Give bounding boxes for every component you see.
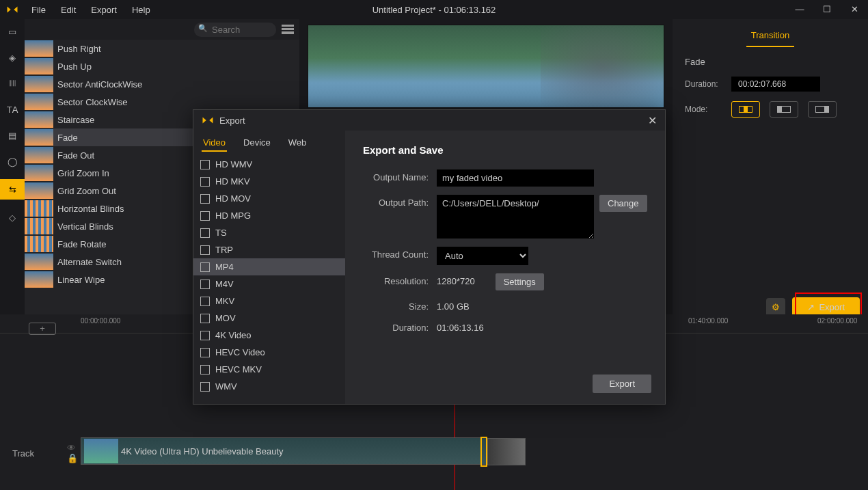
properties-tab[interactable]: Transition <box>746 26 794 47</box>
format-item[interactable]: HD MOV <box>193 190 345 207</box>
output-path-input[interactable]: C:/Users/DELL/Desktop/ <box>437 195 594 239</box>
dialog-close-icon[interactable]: ✕ <box>648 114 657 127</box>
format-item[interactable]: MKV <box>193 292 345 310</box>
window-controls: — ☐ ✕ <box>786 0 868 19</box>
transition-item[interactable]: Push Right <box>25 40 299 57</box>
transition-item[interactable]: Sector ClockWise <box>25 93 299 111</box>
duration-label: Duration: <box>685 79 731 89</box>
format-item[interactable]: HD MPG <box>193 207 345 224</box>
add-track-button[interactable]: + <box>29 323 56 335</box>
change-button[interactable]: Change <box>599 195 647 212</box>
filter-icon[interactable]: ◇ <box>4 209 21 226</box>
app-logo <box>0 3 25 16</box>
tab-device[interactable]: Device <box>242 135 272 152</box>
format-item[interactable]: HEVC Video <box>193 344 345 361</box>
minimize-button[interactable]: — <box>786 0 813 19</box>
overlay-icon[interactable]: ◯ <box>4 153 21 169</box>
settings-button[interactable]: Settings <box>496 273 544 290</box>
dialog-title: Export <box>219 115 245 126</box>
left-nav: ▭ ◈ ⦀⦀ TA ▤ ◯ ⇆ ◇ <box>0 19 25 314</box>
duration-value[interactable]: 00:02:07.668 <box>731 77 820 92</box>
title-bar: File Edit Export Help Untitled Project* … <box>0 0 868 19</box>
export-dialog: Export ✕ Video Device Web HD WMVHD MKVHD… <box>193 109 666 405</box>
output-path-label: Output Path: <box>363 195 437 208</box>
clip-transition-handle[interactable] <box>480 437 487 467</box>
thread-count-label: Thread Count: <box>363 247 437 260</box>
menu-bar: File Edit Export Help <box>25 2 157 18</box>
time-tick: 02:00:00.000 <box>817 317 857 325</box>
duration-label: Duration: <box>363 320 437 333</box>
tab-web[interactable]: Web <box>287 135 308 152</box>
layers-icon[interactable]: ◈ <box>4 49 21 66</box>
tab-video[interactable]: Video <box>202 135 227 152</box>
mode-postfix[interactable] <box>808 101 837 118</box>
resolution-label: Resolution: <box>363 273 437 286</box>
format-item[interactable]: HEVC MKV <box>193 361 345 378</box>
maximize-button[interactable]: ☐ <box>813 0 841 19</box>
format-item[interactable]: TS <box>193 224 345 241</box>
mode-label: Mode: <box>685 105 731 114</box>
dialog-export-button[interactable]: Export <box>593 375 651 393</box>
transition-item[interactable]: Push Up <box>25 57 299 75</box>
size-value: 1.00 GB <box>437 299 470 312</box>
audio-icon[interactable]: ⦀⦀ <box>4 75 21 92</box>
format-item[interactable]: TRP <box>193 241 345 258</box>
template-icon[interactable]: ▤ <box>4 127 21 144</box>
text-icon[interactable]: TA <box>4 101 21 118</box>
format-item[interactable]: WMV <box>193 378 345 395</box>
clip-thumbnail <box>487 438 526 465</box>
video-preview[interactable] <box>308 25 664 108</box>
format-list: HD WMVHD MKVHD MOVHD MPGTSTRPMP4M4VMKVMO… <box>193 156 345 404</box>
track-visibility-icon[interactable]: 👁🔒 <box>67 443 78 463</box>
list-view-icon[interactable] <box>282 25 294 34</box>
menu-export[interactable]: Export <box>84 2 124 18</box>
time-tick: 00:00:00.000 <box>81 317 120 325</box>
format-item[interactable]: M4V <box>193 275 345 292</box>
mode-overlap[interactable] <box>731 101 760 118</box>
format-item[interactable]: MOV <box>193 310 345 327</box>
time-tick: 01:40:00.000 <box>688 317 728 325</box>
size-label: Size: <box>363 299 437 312</box>
video-clip[interactable]: 4K Video (Ultra HD) Unbelievable Beauty <box>81 437 487 465</box>
section-header: Fade <box>685 57 856 67</box>
track-label: Track <box>12 448 34 459</box>
format-item[interactable]: HD WMV <box>193 156 345 173</box>
media-icon[interactable]: ▭ <box>4 23 21 40</box>
close-button[interactable]: ✕ <box>841 0 868 19</box>
menu-help[interactable]: Help <box>125 2 157 18</box>
menu-edit[interactable]: Edit <box>54 2 83 18</box>
output-name-input[interactable] <box>437 169 594 187</box>
format-item[interactable]: 4K Video <box>193 327 345 344</box>
search-input[interactable] <box>194 23 276 37</box>
duration-value: 01:06:13.16 <box>437 320 484 333</box>
transition-item[interactable]: Sector AntiClockWise <box>25 75 299 93</box>
properties-panel: Transition Fade Duration: 00:02:07.668 M… <box>673 19 868 314</box>
dialog-heading: Export and Save <box>363 144 647 156</box>
resolution-value: 1280*720 <box>437 273 475 286</box>
thread-count-select[interactable]: Auto <box>437 247 528 265</box>
clip-name: 4K Video (Ultra HD) Unbelievable Beauty <box>121 446 284 457</box>
export-icon: ↗ <box>807 302 815 312</box>
transition-icon[interactable]: ⇆ <box>0 179 25 200</box>
mode-prefix[interactable] <box>770 101 798 118</box>
format-item[interactable]: HD MKV <box>193 173 345 190</box>
format-item[interactable]: MP4 <box>193 258 345 275</box>
clip-thumbnail <box>84 439 118 463</box>
menu-file[interactable]: File <box>25 2 53 18</box>
output-name-label: Output Name: <box>363 169 437 182</box>
